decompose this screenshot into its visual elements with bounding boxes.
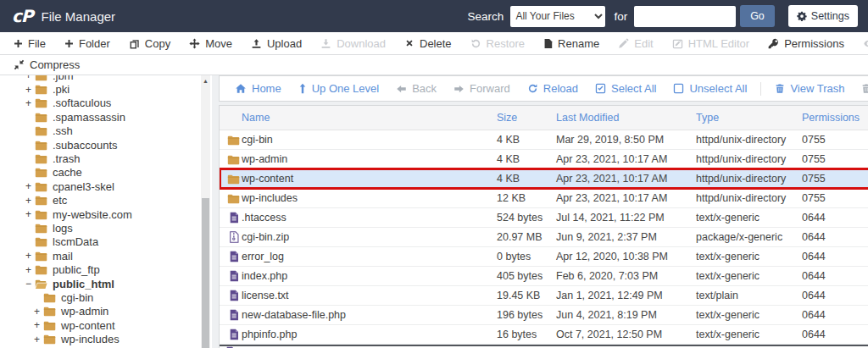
file-index-php-name[interactable]: index.php (242, 270, 497, 282)
tree-item-softaculous[interactable]: +.softaculous (0, 97, 212, 110)
file-htaccess-name[interactable]: .htaccess (242, 212, 497, 224)
tree-item-cpanel3-skel[interactable]: +cpanel3-skel (0, 180, 212, 193)
tree-scrollbar[interactable]: ▲ (201, 75, 210, 348)
nav-unselect-all-label: Unselect All (689, 82, 747, 95)
expand-icon[interactable]: + (25, 75, 35, 80)
tree-item-wp-content[interactable]: +wp-content (0, 318, 212, 332)
tree-item-public-ftp[interactable]: +public_ftp (0, 262, 212, 276)
toolbar-move-button[interactable]: Move (180, 37, 242, 50)
tree-item-public-html[interactable]: −public_html (0, 277, 212, 290)
tree-item-subaccounts[interactable]: .subaccounts (0, 138, 212, 152)
tree-item-cache[interactable]: cache (0, 166, 212, 180)
folder-icon (225, 154, 242, 165)
toolbar-compress-button[interactable]: Compress (4, 58, 89, 71)
tree-item-trash[interactable]: .trash (0, 152, 212, 165)
file-row-phpinfo-php[interactable]: phpinfo.php16 bytesOct 7, 2021, 12:50 PM… (220, 325, 868, 345)
partial-file-row[interactable] (220, 345, 868, 348)
file-row-error-log[interactable]: error_log0 bytesApr 12, 2020, 10:38 PMte… (220, 247, 868, 267)
file-license-txt-size: 19.45 KB (497, 290, 556, 301)
file-cgi-bin-name[interactable]: cgi-bin (242, 134, 497, 146)
file-new-database-file-php-permissions: 0644 (802, 309, 868, 321)
file-phpinfo-php-name[interactable]: phpinfo.php (242, 329, 497, 340)
nav-up-one-level-button[interactable]: Up One Level (290, 82, 388, 95)
file-license-txt-type: text/plain (696, 290, 802, 301)
toolbar-file-button[interactable]: File (4, 37, 55, 50)
file-wp-includes-name[interactable]: wp-includes (242, 192, 497, 204)
tree-item-spamassassin[interactable]: .spamassassin (0, 110, 212, 124)
tree-item-jbm[interactable]: +.jbm (0, 75, 212, 82)
tree-item-ssh[interactable]: .ssh (0, 124, 212, 138)
nav-view-trash-button[interactable]: View Trash (766, 82, 853, 95)
file-error-log-name[interactable]: error_log (242, 251, 497, 262)
search-scope-select[interactable]: All Your Files (510, 6, 605, 27)
expand-icon[interactable]: + (25, 251, 35, 261)
file-row-cgi-bin[interactable]: cgi-bin4 KBMar 29, 2019, 8:50 PMhttpd/un… (220, 130, 868, 150)
restore-icon (470, 38, 481, 49)
file-row-htaccess[interactable]: .htaccess524 bytesJul 14, 2021, 11:22 PM… (220, 208, 868, 228)
settings-button[interactable]: Settings (788, 5, 858, 27)
scroll-up-arrow-icon[interactable]: ▲ (201, 75, 210, 86)
file-license-txt-name[interactable]: license.txt (242, 290, 497, 301)
tree-item-my-website-com[interactable]: +my-website.com (0, 207, 212, 221)
file-row-wp-admin[interactable]: wp-admin4 KBApr 23, 2021, 10:17 AMhttpd/… (220, 150, 868, 169)
file-row-new-database-file-php[interactable]: new-database-file.php196 bytesJun 4, 202… (220, 306, 868, 325)
file-wp-admin-name[interactable]: wp-admin (242, 153, 497, 165)
file-row-wp-content[interactable]: wp-content4 KBApr 23, 2021, 10:17 AMhttp… (220, 169, 868, 189)
file-row-wp-includes[interactable]: wp-includes12 KBApr 23, 2021, 10:17 AMht… (220, 189, 868, 208)
permissions-icon (768, 38, 779, 49)
expand-icon[interactable]: + (25, 98, 35, 108)
toolbar-permissions-button[interactable]: Permissions (759, 37, 854, 50)
expand-icon[interactable]: + (25, 196, 35, 206)
column-header-last-modified[interactable]: Last Modified (556, 112, 696, 124)
nav-home-button[interactable]: Home (226, 82, 290, 95)
nav-reload-button[interactable]: Reload (519, 82, 587, 95)
tree-item-wp-admin[interactable]: +wp-admin (0, 305, 212, 318)
toolbar-delete-label: Delete (420, 37, 452, 50)
collapse-icon[interactable]: − (25, 279, 35, 289)
tree-item-etc[interactable]: +etc (0, 194, 212, 207)
tree-item-pki[interactable]: +.pki (0, 82, 212, 96)
expand-icon[interactable]: + (34, 307, 43, 317)
file-htaccess-type: text/x-generic (696, 212, 802, 224)
nav-select-all-button[interactable]: Select All (587, 82, 665, 95)
folder-icon (43, 306, 56, 317)
expand-icon[interactable]: + (34, 320, 43, 330)
toolbar-copy-button[interactable]: Copy (120, 37, 180, 50)
column-header-type[interactable]: Type (696, 112, 802, 124)
column-header-size[interactable]: Size (497, 112, 556, 124)
expand-icon[interactable]: + (25, 265, 35, 275)
folder-icon (35, 125, 47, 136)
tree-item-lscmdata[interactable]: lscmData (0, 235, 212, 249)
tree-item-mail[interactable]: +mail (0, 249, 212, 262)
toolbar-folder-button[interactable]: Folder (55, 37, 120, 50)
file-listing-panel: HomeUp One LevelBackForwardReloadSelect … (212, 75, 868, 348)
toolbar-folder-label: Folder (79, 37, 110, 50)
expand-icon[interactable]: + (25, 209, 35, 219)
file-error-log-type: text/x-generic (696, 251, 802, 262)
file-wp-content-name[interactable]: wp-content (242, 173, 497, 185)
go-button[interactable]: Go (740, 5, 775, 27)
nav-unselect-all-button[interactable]: Unselect All (665, 82, 755, 95)
expand-icon[interactable]: + (34, 334, 43, 345)
tree-scrollbar-thumb[interactable] (202, 198, 209, 348)
column-header-permissions[interactable]: Permissions (802, 112, 868, 124)
toolbar-delete-button[interactable]: Delete (395, 37, 461, 50)
expand-icon[interactable]: + (25, 181, 35, 191)
folder-icon (35, 75, 47, 81)
tree-item-logs[interactable]: logs (0, 221, 212, 235)
search-input[interactable] (634, 6, 736, 27)
file-new-database-file-php-name[interactable]: new-database-file.php (242, 309, 497, 321)
expand-icon[interactable]: + (25, 85, 35, 95)
column-header-name[interactable]: Name (242, 112, 497, 124)
gear-icon (797, 11, 807, 21)
toolbar-upload-button[interactable]: Upload (242, 37, 311, 50)
tree-item-cgi-bin[interactable]: cgi-bin (0, 290, 212, 304)
tree-item-wp-includes[interactable]: +wp-includes (0, 332, 212, 345)
file-row-cgi-bin-zip[interactable]: cgi-bin.zip20.97 MBJun 9, 2021, 2:37 PMp… (220, 228, 868, 247)
file-row-license-txt[interactable]: license.txt19.45 KBJan 1, 2021, 12:49 PM… (220, 286, 868, 306)
tree-item-label: public_ftp (53, 263, 100, 276)
edit-icon (618, 38, 629, 49)
toolbar-rename-button[interactable]: Rename (534, 37, 609, 50)
file-row-index-php[interactable]: index.php405 bytesFeb 6, 2020, 7:03 PMte… (220, 267, 868, 286)
file-cgi-bin-zip-name[interactable]: cgi-bin.zip (242, 231, 497, 243)
